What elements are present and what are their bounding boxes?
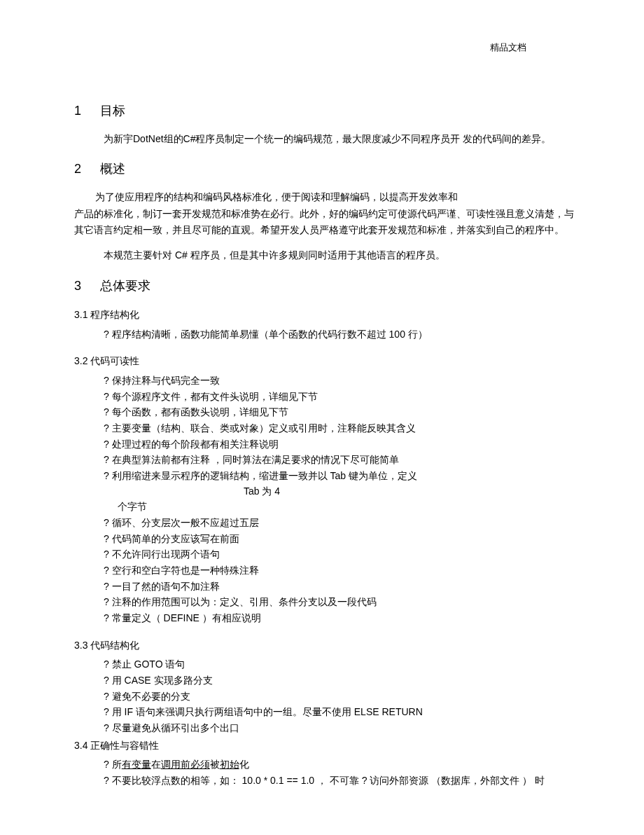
list-item: ? 避免不必要的分支 (104, 689, 574, 705)
list-item: ? 尽量避免从循环引出多个出口 (104, 721, 574, 736)
list-item: ? 用 IF 语句来强调只执行两组语句中的一组。尽量不使用 ELSE RETUR… (104, 705, 574, 720)
section-2-num: 2 (74, 159, 97, 179)
subsection-3-2-num: 3.2 (74, 353, 88, 368)
list-item: ? 每个函数，都有函数头说明，详细见下节 (104, 405, 574, 420)
section-2-para-2: 本规范主要针对 C# 程序员，但是其中许多规则同时适用于其他语言的程序员。 (74, 247, 574, 263)
page-watermark: 精品文档 (490, 41, 526, 55)
subsection-3-3-list: ? 禁止 GOTO 语句 ? 用 CASE 实现多路分支 ? 避免不必要的分支 … (74, 657, 574, 736)
section-3-heading: 3 总体要求 (74, 276, 574, 296)
subsection-3-1-heading: 3.1 程序结构化 (74, 307, 574, 322)
tab-note: Tab 为 4 (244, 484, 280, 499)
subsection-3-2-list: ? 保持注释与代码完全一致 ? 每个源程序文件，都有文件头说明，详细见下节 ? … (74, 373, 574, 626)
section-3-title: 总体要求 (100, 279, 150, 293)
section-1-para-0: 为新宇DotNet组的C#程序员制定一个统一的编码规范，最大限度减少不同程序员开… (74, 131, 574, 146)
list-item: ? 禁止 GOTO 语句 (104, 657, 574, 672)
subsection-3-1-num: 3.1 (74, 307, 88, 322)
list-item: ? 所有变量在调用前必须被初始化 (104, 757, 574, 773)
list-item: ? 空行和空白字符也是一种特殊注释 (104, 563, 574, 579)
list-item: ? 在典型算法前都有注释 ，同时算法在满足要求的情况下尽可能简单 (104, 453, 574, 468)
list-item: ? 程序结构清晰，函数功能简单易懂（单个函数的代码行数不超过 100 行） (104, 327, 574, 343)
section-1-heading: 1 目标 (74, 101, 574, 121)
list-item: ? 代码简单的分支应该写在前面 (104, 532, 574, 547)
section-2-heading: 2 概述 (74, 159, 574, 179)
list-item: ? 循环、分支层次一般不应超过五层 (104, 516, 574, 531)
subsection-3-4-heading: 3.4 正确性与容错性 (74, 738, 574, 753)
section-2-para-0: 为了使应用程序的结构和编码风格标准化，便于阅读和理解编码，以提高开发效率和 (74, 189, 574, 205)
list-item: ? 保持注释与代码完全一致 (104, 373, 574, 389)
list-item: ? 一目了然的语句不加注释 (104, 579, 574, 595)
section-1-num: 1 (74, 101, 97, 121)
list-item: ? 注释的作用范围可以为：定义、引用、条件分支以及一段代码 (104, 595, 574, 610)
subsection-3-3-title: 代码结构化 (90, 640, 139, 651)
subsection-3-1-list: ? 程序结构清晰，函数功能简单易懂（单个函数的代码行数不超过 100 行） (74, 327, 574, 343)
list-item-text: ? 利用缩进来显示程序的逻辑结构，缩进量一致并以 Tab 键为单位，定义 (104, 470, 417, 481)
section-1-title: 目标 (100, 104, 125, 118)
subsection-3-3-num: 3.3 (74, 637, 88, 653)
list-item: ? 利用缩进来显示程序的逻辑结构，缩进量一致并以 Tab 键为单位，定义 Tab… (104, 469, 574, 499)
subsection-3-4-num: 3.4 (74, 738, 88, 753)
list-item: ? 用 CASE 实现多路分支 (104, 673, 574, 689)
subsection-3-1-title: 程序结构化 (90, 309, 139, 320)
subsection-3-2-title: 代码可读性 (90, 355, 139, 366)
list-item: ? 不要比较浮点数的相等，如： 10.0 * 0.1 == 1.0 ， 不可靠 … (104, 773, 574, 789)
list-item: ? 每个源程序文件，都有文件头说明，详细见下节 (104, 389, 574, 405)
list-item-sub: 个字节 (104, 499, 574, 515)
subsection-3-4-title: 正确性与容错性 (90, 740, 159, 751)
subsection-3-4-list: ? 所有变量在调用前必须被初始化 ? 不要比较浮点数的相等，如： 10.0 * … (74, 757, 574, 788)
section-2-title: 概述 (100, 162, 125, 176)
subsection-3-3-heading: 3.3 代码结构化 (74, 637, 574, 653)
list-item: ? 主要变量（结构、联合、类或对象）定义或引用时，注释能反映其含义 (104, 421, 574, 436)
section-2-para-1: 产品的标准化，制订一套开发规范和标准势在必行。此外，好的编码约定可使源代码严谨、… (74, 206, 574, 237)
subsection-3-2-heading: 3.2 代码可读性 (74, 353, 574, 368)
section-3-num: 3 (74, 276, 97, 296)
list-item: ? 处理过程的每个阶段都有相关注释说明 (104, 437, 574, 453)
list-item: ? 不允许同行出现两个语句 (104, 547, 574, 563)
list-item: ? 常量定义（ DEFINE ）有相应说明 (104, 611, 574, 626)
